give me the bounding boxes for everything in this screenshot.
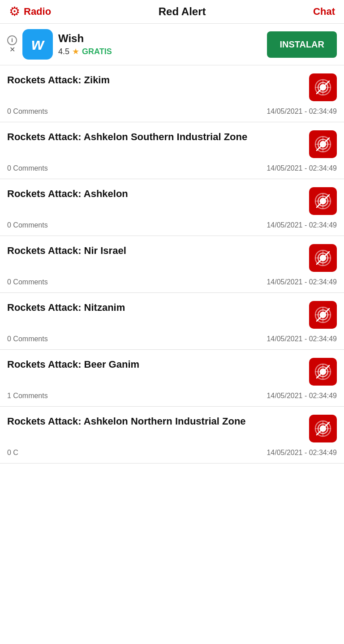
ad-banner: i ✕ w Wish 4.5 ★ GRATIS INSTALAR [0,24,344,65]
ad-app-name: Wish [58,32,262,45]
alert-item[interactable]: Rockets Attack: Zikim [0,65,344,122]
alert-title: Rockets Attack: Ashkelon Southern Indust… [7,130,304,144]
app-header: ⚙ Radio Red Alert Chat [0,0,344,24]
alert-comments: 0 Comments [7,221,48,229]
ad-free-label: GRATIS [82,47,112,56]
ad-info-icon[interactable]: i [7,35,17,45]
alert-comments: 0 C [7,449,18,457]
alert-bottom-row: 0 Comments 14/05/2021 - 02:34:49 [7,101,337,122]
siren-icon [313,305,333,325]
alert-comments: 0 Comments [7,107,48,116]
alert-bottom-row: 0 Comments 14/05/2021 - 02:34:49 [7,158,337,179]
alert-bottom-row: 0 Comments 14/05/2021 - 02:34:49 [7,329,337,349]
alert-item[interactable]: Rockets Attack: Nir Israel [0,236,344,293]
ad-rating-row: 4.5 ★ GRATIS [58,47,262,56]
alert-item[interactable]: Rockets Attack: Ashkelon Northern Indust… [0,407,344,464]
alert-list: Rockets Attack: Zikim [0,65,344,464]
alert-datetime: 14/05/2021 - 02:34:49 [267,335,337,343]
alert-bottom-row: 0 Comments 14/05/2021 - 02:34:49 [7,215,337,236]
ad-logo: w [22,29,53,60]
alert-title: Rockets Attack: Beer Ganim [7,358,304,371]
alert-top-row: Rockets Attack: Zikim [7,73,337,101]
ad-install-button[interactable]: INSTALAR [267,31,337,58]
alert-datetime: 14/05/2021 - 02:34:49 [267,392,337,400]
alert-icon-box [309,187,337,215]
siren-icon [313,77,333,97]
ad-text-col: Wish 4.5 ★ GRATIS [58,32,262,56]
alert-item[interactable]: Rockets Attack: Beer Ganim [0,350,344,407]
alert-datetime: 14/05/2021 - 02:34:49 [267,164,337,172]
siren-icon [313,419,333,438]
alert-item[interactable]: Rockets Attack: Ashkelon Southern Indust… [0,122,344,179]
alert-bottom-row: 1 Comments 14/05/2021 - 02:34:49 [7,386,337,406]
alert-top-row: Rockets Attack: Beer Ganim [7,358,337,386]
alert-top-row: Rockets Attack: Ashkelon [7,187,337,215]
alert-datetime: 14/05/2021 - 02:34:49 [267,107,337,116]
ad-close-button[interactable]: ✕ [9,46,15,53]
alert-datetime: 14/05/2021 - 02:34:49 [267,221,337,229]
alert-comments: 0 Comments [7,278,48,286]
siren-icon [313,248,333,268]
alert-datetime: 14/05/2021 - 02:34:49 [267,278,337,286]
ad-star-icon: ★ [72,47,79,56]
alert-icon-box [309,244,337,272]
ad-rating-number: 4.5 [58,47,69,56]
alert-comments: 0 Comments [7,335,48,343]
alert-comments: 0 Comments [7,164,48,172]
alert-icon-box [309,358,337,386]
chat-link[interactable]: Chat [313,6,335,17]
siren-icon [313,134,333,154]
alert-bottom-row: 0 Comments 14/05/2021 - 02:34:49 [7,272,337,292]
alert-icon-box [309,415,337,442]
alert-title: Rockets Attack: Nitzanim [7,301,304,314]
alert-item[interactable]: Rockets Attack: Nitzanim [0,293,344,350]
alert-title: Rockets Attack: Nir Israel [7,244,304,258]
alert-title: Rockets Attack: Ashkelon Northern Indust… [7,415,304,428]
alert-top-row: Rockets Attack: Nir Israel [7,244,337,272]
alert-top-row: Rockets Attack: Nitzanim [7,301,337,329]
alert-datetime: 14/05/2021 - 02:34:49 [267,449,337,457]
alert-bottom-row: 0 C 14/05/2021 - 02:34:49 [7,442,337,463]
alert-top-row: Rockets Attack: Ashkelon Northern Indust… [7,415,337,442]
gear-icon[interactable]: ⚙ [9,5,20,18]
ad-logo-letter: w [31,35,44,54]
alert-icon-box [309,130,337,158]
page-title: Red Alert [159,5,206,18]
alert-comments: 1 Comments [7,392,48,400]
siren-icon [313,362,333,382]
radio-link[interactable]: Radio [24,6,51,17]
alert-title: Rockets Attack: Ashkelon [7,187,304,201]
alert-icon-box [309,73,337,101]
alert-top-row: Rockets Attack: Ashkelon Southern Indust… [7,130,337,158]
ad-info-col: i ✕ [7,35,17,53]
siren-icon [313,191,333,211]
header-left: ⚙ Radio [9,5,51,18]
alert-icon-box [309,301,337,329]
alert-item[interactable]: Rockets Attack: Ashkelon [0,179,344,236]
alert-title: Rockets Attack: Zikim [7,73,304,87]
